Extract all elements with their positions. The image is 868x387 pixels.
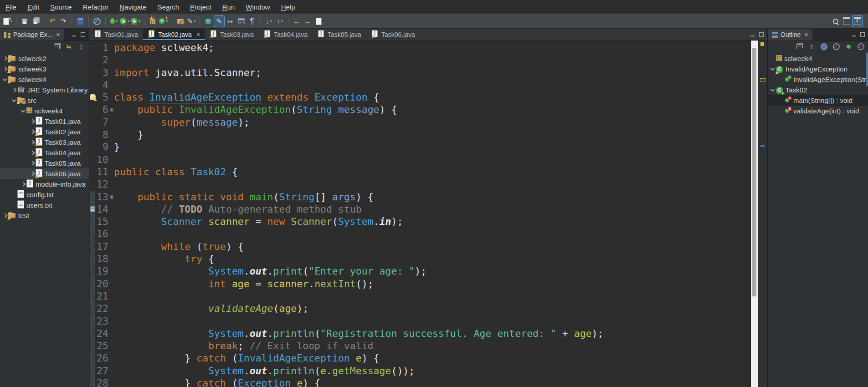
close-package-explorer-icon[interactable]: × <box>56 31 60 38</box>
toolbar-forward-button[interactable]: → <box>303 16 313 27</box>
menu-project[interactable]: Project <box>185 0 217 14</box>
toolbar-previous-annotation-button[interactable]: ↑▾ <box>275 16 285 27</box>
toolbar-open-type-button[interactable]: ↦ <box>225 16 235 27</box>
editor-scrollbar-thumb[interactable] <box>752 48 756 296</box>
explorer-item-users-txt[interactable]: users.txt <box>0 200 89 210</box>
code-line-14[interactable]: 14 // TODO Auto-generated method stub <box>89 203 750 215</box>
menu-search[interactable]: Search <box>152 0 185 14</box>
fold-toggle-icon[interactable] <box>110 195 113 199</box>
code-line-5[interactable]: 5class InvalidAgeException extends Excep… <box>89 91 750 103</box>
fold-toggle-icon[interactable] <box>110 108 113 112</box>
toolbar-show-whitespace-button[interactable]: ¶ <box>247 16 257 27</box>
explorer-item-sclweek4[interactable]: sclweek4 <box>0 74 89 85</box>
toolbar-new-wizard-button[interactable]: ▾ <box>3 16 13 27</box>
code-line-20[interactable]: 20 int age = scanner.nextInt(); <box>89 278 750 290</box>
task-marker-icon[interactable] <box>90 206 95 212</box>
code-line-9[interactable]: 9} <box>89 141 750 153</box>
warning-quickfix-icon[interactable] <box>90 94 96 100</box>
minimize-icon[interactable] <box>852 36 856 36</box>
code-line-6[interactable]: 6 public InvalidAgeException(String mess… <box>89 103 750 116</box>
menu-refactor[interactable]: Refactor <box>77 0 114 14</box>
toolbar-search-button[interactable] <box>831 16 841 27</box>
outline-tab[interactable]: Outline × <box>768 29 812 41</box>
explorer-item-src[interactable]: src <box>0 95 89 106</box>
link-with-editor-icon[interactable]: ⇆ <box>65 42 73 51</box>
toolbar-last-edit-location-button[interactable] <box>313 16 324 27</box>
explorer-item-test[interactable]: test <box>0 210 89 221</box>
explorer-item-task03-java[interactable]: Task03.java <box>0 137 89 148</box>
hide-static-members-icon[interactable] <box>832 42 840 51</box>
code-line-23[interactable]: 23 <box>89 315 750 327</box>
toolbar-coverage-button[interactable]: ▾ <box>131 16 141 27</box>
explorer-item-task04-java[interactable]: Task04.java <box>0 148 89 158</box>
toolbar-back-button[interactable]: ← <box>292 16 302 27</box>
toolbar-save-button[interactable] <box>20 16 30 27</box>
toolbar-debug-button[interactable]: ▾ <box>109 16 119 27</box>
toolbar-run-button[interactable]: ▾ <box>120 16 130 27</box>
hide-local-types-icon[interactable] <box>857 42 865 51</box>
code-line-25[interactable]: 25 break; // Exit loop if valid <box>89 340 750 352</box>
toolbar-undo-button[interactable]: ↶ <box>47 16 57 27</box>
editor-tab-task04-java[interactable]: Task04.java <box>259 29 313 40</box>
editor-tab-task01-java[interactable]: Task01.java <box>89 29 143 40</box>
menu-source[interactable]: Source <box>45 0 77 14</box>
code-line-28[interactable]: 28 } catch (Exception e) { <box>89 377 750 387</box>
chevron-right-icon[interactable] <box>29 171 36 177</box>
menu-window[interactable]: Window <box>240 0 275 14</box>
toolbar-java-editor-active-button[interactable]: ✎ <box>214 16 224 27</box>
chevron-down-icon[interactable] <box>770 87 776 93</box>
menu-run[interactable]: Run <box>217 0 241 14</box>
outline-item-invalidageexception-string-[interactable]: cInvalidAgeException(String) <box>768 74 868 85</box>
toolbar-new-java-project-button[interactable] <box>148 16 158 27</box>
code-line-16[interactable]: 16 <box>89 228 750 240</box>
sort-icon[interactable]: az <box>807 42 816 51</box>
maximize-icon[interactable] <box>860 32 865 37</box>
code-line-21[interactable]: 21 <box>89 290 750 302</box>
toolbar-save-all-button[interactable] <box>31 16 41 27</box>
chevron-right-icon[interactable] <box>29 150 36 156</box>
toolbar-new-package-button[interactable] <box>175 16 185 27</box>
package-explorer-tab[interactable]: Package Ex... × <box>0 29 64 41</box>
toolbar-new-class-button[interactable]: C▾ <box>159 16 169 27</box>
explorer-item-sclweek2[interactable]: sclweek2 <box>0 53 89 64</box>
menu-help[interactable]: Help <box>276 0 301 14</box>
editor-tab-task02-java[interactable]: Task02.java× <box>143 29 205 40</box>
overview-warning-mark-2[interactable] <box>760 78 765 81</box>
explorer-item-jre-system-library[interactable]: JRE System Library <box>0 85 89 95</box>
minimize-icon[interactable] <box>72 36 76 36</box>
toolbar-show-view-table-button[interactable] <box>236 16 246 27</box>
outline-item-task02[interactable]: CTask02 <box>768 85 868 95</box>
editor-tab-task05-java[interactable]: Task05.java <box>313 29 366 40</box>
chevron-right-icon[interactable] <box>20 181 26 188</box>
hide-fields-icon[interactable] <box>820 42 828 51</box>
code-line-26[interactable]: 26 } catch (InvalidAgeException e) { <box>89 352 750 364</box>
overview-warning-mark[interactable] <box>760 42 764 46</box>
chevron-right-icon[interactable] <box>29 118 36 125</box>
overview-ruler[interactable] <box>758 41 768 387</box>
code-line-2[interactable]: 2 <box>89 54 750 66</box>
code-line-4[interactable]: 4 <box>89 79 750 91</box>
menu-file[interactable]: File <box>0 0 22 14</box>
outline-scrollbar-thumb[interactable] <box>866 52 868 87</box>
code-line-8[interactable]: 8 } <box>89 128 750 141</box>
explorer-item-sclweek3[interactable]: sclweek3 <box>0 64 89 74</box>
toolbar-next-annotation-button[interactable]: ↓▾ <box>264 16 274 27</box>
code-line-11[interactable]: 11public class Task02 { <box>89 166 750 178</box>
explorer-item-module-info-java[interactable]: module-info.java <box>0 179 89 189</box>
close-outline-icon[interactable]: × <box>804 31 808 38</box>
outline-item-invalidageexception[interactable]: CInvalidAgeException <box>768 64 868 74</box>
menu-edit[interactable]: Edit <box>22 0 45 14</box>
editor-tab-task03-java[interactable]: Task03.java <box>205 29 259 40</box>
explorer-item-task01-java[interactable]: Task01.java <box>0 116 89 127</box>
toolbar-java-editor-button[interactable]: ✎▾ <box>186 16 196 27</box>
code-line-15[interactable]: 15 Scanner scanner = new Scanner(System.… <box>89 215 750 228</box>
code-line-27[interactable]: 27 System.out.println(e.getMessage()); <box>89 365 750 377</box>
chevron-right-icon[interactable] <box>29 160 36 167</box>
outline-item-sclweek4[interactable]: sclweek4 <box>768 53 868 64</box>
view-menu-icon[interactable]: ⋮ <box>77 42 85 51</box>
explorer-item-task06-java[interactable]: Task06.java <box>0 168 89 179</box>
toolbar-java-perspective-button[interactable] <box>853 16 863 27</box>
toolbar-open-perspective-button[interactable] <box>842 16 852 27</box>
outline-item-validateage-int-void[interactable]: SvalidateAge(int) : void <box>768 106 868 116</box>
code-line-10[interactable]: 10 <box>89 153 750 166</box>
